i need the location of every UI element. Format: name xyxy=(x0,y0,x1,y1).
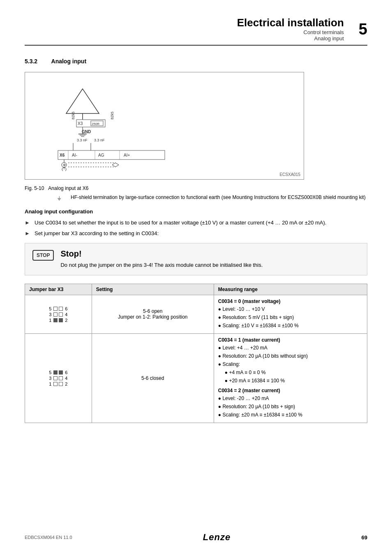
range-bullet-1-1: Resolution: 5 mV (11 bits + sign) xyxy=(218,314,363,321)
setting-cell-2: 5-6 closed xyxy=(92,333,214,423)
pin-6-top-r2 xyxy=(59,370,63,375)
svg-text:82k5: 82k5 xyxy=(71,111,75,120)
stop-icon: STOP xyxy=(32,250,54,261)
range-title-1: C0034 = 0 (master voltage) xyxy=(218,298,363,304)
table-row-2: 5 6 3 4 1 xyxy=(25,333,367,423)
jumper-cell-2: 5 6 3 4 1 xyxy=(25,333,92,423)
rb-2a-2: Scaling: xyxy=(218,361,363,368)
svg-text:250R: 250R xyxy=(92,122,99,126)
rb-2a-0: Level: +4 … +20 mA xyxy=(218,344,363,352)
svg-text:AG: AG xyxy=(98,153,104,157)
arrow-icon-2: ► xyxy=(25,229,31,238)
footer-doc-label: EDBCSXM064 EN 11.0 xyxy=(25,535,72,540)
section-heading: 5.3.2 Analog input xyxy=(25,58,367,65)
range-bullets-2a: Level: +4 … +20 mA Resolution: 20 μA (10… xyxy=(218,344,363,384)
col-header-jumper: Jumper bar X3 xyxy=(25,284,92,295)
svg-text:X3: X3 xyxy=(78,121,83,126)
header-subtitle1: Control terminals xyxy=(237,29,344,35)
range-bullets-2b: Level: -20 … +20 mA Resolution: 20 μA (1… xyxy=(218,395,363,419)
stop-content: Stop! Do not plug the jumper on the pins… xyxy=(60,249,263,269)
svg-text:GND: GND xyxy=(82,130,91,134)
pin-5-top xyxy=(53,307,58,311)
config-table: Jumper bar X3 Setting Measuring range 5 … xyxy=(25,284,367,423)
header-subtitle2: Analog input xyxy=(237,35,344,42)
stop-body: Do not plug the jumper on the pins 3-4! … xyxy=(60,261,263,269)
stop-title: Stop! xyxy=(60,249,263,259)
table-row-1: 5 6 3 4 1 xyxy=(25,295,367,333)
rb-2a-1: Resolution: 20 μA (10 bits without sign) xyxy=(218,352,363,360)
config-bullets: ► Use C0034 to set whether the input is … xyxy=(25,219,367,237)
lenze-logo: Lenze xyxy=(203,532,231,543)
chapter-number: 5 xyxy=(359,21,367,37)
pin-4-mid-r2 xyxy=(59,376,63,380)
pin-4-mid xyxy=(59,312,63,317)
range-bullets-1: Level: -10 … +10 V Resolution: 5 mV (11 … xyxy=(218,305,363,329)
svg-text:AI-: AI- xyxy=(72,153,77,157)
rb-2b-2: Scaling: ±20 mA ≡ ±16384 ≡ ±100 % xyxy=(218,411,363,419)
hf-shield-note: ⏚ HF-shield termination by large-surface… xyxy=(58,194,367,201)
col-header-range: Measuring range xyxy=(214,284,367,295)
svg-text:3.3 nF: 3.3 nF xyxy=(94,138,105,142)
stop-box: STOP Stop! Do not plug the jumper on the… xyxy=(25,243,367,275)
diagram-box: 82k5 82k5 X3 250R GND 3.3 nF 3.3 nF X6 xyxy=(25,72,304,180)
rb-2a-3: +4 mA ≡ 0 ≡ 0 % xyxy=(225,369,363,376)
pin-3-mid xyxy=(53,312,58,317)
rb-2b-0: Level: -20 … +20 mA xyxy=(218,395,363,402)
range-cell-2: C0034 = 1 (master current) Level: +4 … +… xyxy=(214,333,367,423)
pin-1-bot-r2 xyxy=(53,382,58,386)
range-title-2b: C0034 = 2 (master current) xyxy=(218,388,363,393)
col-header-setting: Setting xyxy=(92,284,214,295)
svg-text:⊕: ⊕ xyxy=(63,163,66,167)
jumper-cell-1: 5 6 3 4 1 xyxy=(25,295,92,333)
page-footer: EDBCSXM064 EN 11.0 Lenze 69 xyxy=(25,532,367,543)
section-number: 5.3.2 xyxy=(25,58,37,65)
svg-marker-30 xyxy=(112,163,119,167)
range-cell-1: C0034 = 0 (master voltage) Level: -10 … … xyxy=(214,295,367,333)
svg-text:82k5: 82k5 xyxy=(110,111,114,120)
arrow-icon-1: ► xyxy=(25,219,31,227)
pin-6-top xyxy=(59,307,63,311)
svg-text:X6: X6 xyxy=(60,153,65,157)
page-header: Electrical installation Control terminal… xyxy=(25,16,367,46)
range-bullet-1-0: Level: -10 … +10 V xyxy=(218,305,363,313)
pin-2-bot-r2 xyxy=(59,382,63,386)
footer-page-number: 69 xyxy=(362,534,367,541)
config-heading: Analog input configuration xyxy=(25,208,367,215)
section-title: Analog input xyxy=(51,58,87,65)
config-bullet-2: ► Set jumper bar X3 according to the set… xyxy=(25,229,367,238)
page: Electrical installation Control terminal… xyxy=(0,0,392,555)
svg-text:3.3 nF: 3.3 nF xyxy=(77,138,88,142)
circuit-diagram: 82k5 82k5 X3 250R GND 3.3 nF 3.3 nF X6 xyxy=(33,81,288,171)
header-title: Electrical installation xyxy=(237,16,344,29)
ecsxa-label: ECSXA015 xyxy=(279,172,300,177)
setting-cell-1: 5-6 openJumper on 1-2: Parking position xyxy=(92,295,214,333)
figure-label: Fig. 5-10 xyxy=(25,185,44,191)
pin-1-bot xyxy=(53,318,58,322)
pin-3-mid-r2 xyxy=(53,376,58,380)
rb-2b-1: Resolution: 20 μA (10 bits + sign) xyxy=(218,403,363,410)
range-title-2a: C0034 = 1 (master current) xyxy=(218,337,363,343)
jumper-diagram-1: 5 6 3 4 1 xyxy=(48,306,68,323)
range-bullet-1-2: Scaling: ±10 V ≡ ±16384 ≡ ±100 % xyxy=(218,322,363,329)
figure-caption-text: Analog input at X6 xyxy=(48,185,88,191)
figure-caption: Fig. 5-10 Analog input at X6 xyxy=(25,185,367,191)
svg-marker-0 xyxy=(66,89,99,113)
hf-text: HF-shield termination by large-surface c… xyxy=(71,194,366,200)
pin-5-top-r2 xyxy=(53,370,58,375)
config-bullet-1: ► Use C0034 to set whether the input is … xyxy=(25,219,367,227)
svg-text:AI+: AI+ xyxy=(124,153,130,157)
hf-symbol: ⏚ xyxy=(58,194,65,201)
rb-2a-4: +20 mA ≡ 16384 ≡ 100 % xyxy=(225,377,363,384)
jumper-diagram-2: 5 6 3 4 1 xyxy=(48,370,68,386)
pin-2-bot xyxy=(59,318,63,322)
